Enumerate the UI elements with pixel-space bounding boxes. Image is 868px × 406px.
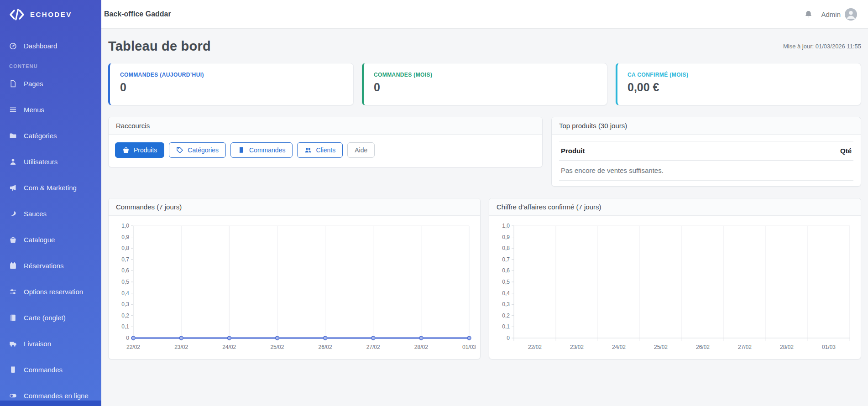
header-title: Back-office Gaddar: [104, 10, 171, 18]
charts-row: Commandes (7 jours) 1,00,90,80,70,60,50,…: [108, 198, 861, 359]
sidebar-item-carte-onglet[interactable]: Carte (onglet): [4, 308, 98, 327]
sidebar-item-com-marketing[interactable]: Com & Marketing: [4, 178, 98, 197]
sidebar-bottom-strip: [0, 401, 101, 406]
brand-logo[interactable]: ECHODEV: [0, 0, 101, 29]
stat-card-commandes-mois: COMMANDES (MOIS) 0: [362, 63, 607, 105]
avatar: [845, 8, 857, 21]
file-icon: [9, 80, 17, 88]
chart-panel-ca-confirme: Chiffre d’affaires confirmé (7 jours) 1,…: [489, 198, 861, 359]
shortcut-produits-button[interactable]: Produits: [115, 142, 164, 158]
svg-text:0,4: 0,4: [502, 290, 510, 297]
svg-text:01/03: 01/03: [822, 344, 836, 350]
svg-text:1,0: 1,0: [121, 223, 129, 229]
sidebar-item-dashboard[interactable]: Dashboard: [4, 36, 98, 55]
svg-text:0,2: 0,2: [121, 312, 129, 319]
calendar-icon: [9, 262, 17, 270]
basket-icon: [122, 146, 130, 154]
stat-card-ca-confirme-mois: CA CONFIRMÉ (MOIS) 0,00 €: [616, 63, 861, 105]
shortcut-commandes-button[interactable]: Commandes: [230, 142, 293, 158]
tag-icon: [176, 146, 183, 154]
sidebar-item-label: Livraison: [24, 340, 51, 348]
notifications-bell-icon[interactable]: [804, 10, 813, 19]
svg-text:25/02: 25/02: [270, 344, 284, 350]
sidebar-item-categories[interactable]: Catégories: [4, 126, 98, 145]
sidebar-nav: Dashboard CONTENU Pages Menus Catégor: [0, 29, 101, 405]
commandes-line-chart: 1,00,90,80,70,60,50,40,30,20,1022/0223/0…: [111, 219, 476, 356]
content: Tableau de bord Mise à jour: 01/03/2026 …: [101, 29, 868, 406]
svg-text:0,6: 0,6: [121, 267, 129, 274]
shortcuts-body: Produits Catégories: [109, 135, 542, 167]
stat-label: CA CONFIRMÉ (MOIS): [627, 72, 851, 78]
sliders-icon: [9, 288, 17, 296]
shortcuts-panel-title: Raccourcis: [109, 117, 542, 135]
sidebar-item-label: Catégories: [24, 132, 57, 140]
sidebar-item-label: Carte (onglet): [24, 314, 66, 322]
list-icon: [9, 106, 17, 114]
sidebar-item-livraison[interactable]: Livraison: [4, 334, 98, 353]
top-products-title: Top produits (30 jours): [552, 117, 861, 135]
sidebar: ECHODEV Dashboard CONTENU Pages: [0, 0, 101, 406]
sidebar-item-commandes[interactable]: Commandes: [4, 360, 98, 379]
chart-title-commandes: Commandes (7 jours): [109, 198, 480, 216]
table-row-empty: Pas encore de ventes suffisantes.: [559, 161, 853, 181]
brand-name: ECHODEV: [30, 10, 72, 18]
svg-text:0,7: 0,7: [121, 256, 129, 263]
svg-text:28/02: 28/02: [780, 344, 794, 350]
sidebar-item-menus[interactable]: Menus: [4, 100, 98, 119]
stat-label: COMMANDES (AUJOURD’HUI): [120, 72, 343, 78]
journal-icon: [9, 314, 17, 322]
svg-text:27/02: 27/02: [738, 344, 752, 350]
topbar-right: Admin: [804, 8, 857, 21]
svg-text:0,4: 0,4: [121, 290, 129, 297]
sidebar-item-label: Catalogue: [24, 236, 55, 244]
sidebar-item-options-reservation[interactable]: Options reservation: [4, 282, 98, 301]
sidebar-item-pages[interactable]: Pages: [4, 74, 98, 93]
people-icon: [304, 146, 312, 154]
sidebar-item-catalogue[interactable]: Catalogue: [4, 230, 98, 249]
button-label: Commandes: [249, 146, 285, 154]
shortcuts-panel: Raccourcis Produits: [108, 117, 543, 167]
svg-text:0,1: 0,1: [121, 323, 129, 330]
empty-message: Pas encore de ventes suffisantes.: [559, 161, 853, 181]
pepper-icon: [9, 210, 17, 218]
top-products-body: Produit Qté Pas encore de ventes suffisa…: [552, 135, 861, 186]
chart-body: 1,00,90,80,70,60,50,40,30,20,1022/0223/0…: [489, 216, 861, 359]
last-updated: Mise à jour: 01/03/2026 11:55: [783, 43, 861, 50]
megaphone-icon: [9, 184, 17, 192]
middle-row: Raccourcis Produits: [108, 117, 861, 187]
shortcut-clients-button[interactable]: Clients: [297, 142, 343, 158]
stat-value: 0,00 €: [627, 81, 851, 94]
svg-text:0,3: 0,3: [121, 301, 129, 307]
svg-text:27/02: 27/02: [366, 344, 380, 350]
person-icon: [9, 158, 17, 166]
svg-text:0,9: 0,9: [502, 234, 510, 240]
svg-text:0,8: 0,8: [121, 245, 129, 251]
basket-icon: [9, 236, 17, 244]
shortcut-categories-button[interactable]: Catégories: [169, 142, 226, 158]
column-header-qte: Qté: [749, 141, 853, 161]
svg-text:0: 0: [507, 335, 510, 341]
svg-text:26/02: 26/02: [696, 344, 710, 350]
truck-icon: [9, 340, 17, 348]
stat-card-commandes-aujourdhui: COMMANDES (AUJOURD’HUI) 0: [108, 63, 354, 105]
svg-text:0,9: 0,9: [121, 234, 129, 240]
page-title: Tableau de bord: [108, 39, 211, 54]
svg-text:0,7: 0,7: [502, 256, 510, 263]
sidebar-item-label: Réservations: [24, 262, 64, 270]
svg-text:23/02: 23/02: [570, 344, 584, 350]
sidebar-item-label: Com & Marketing: [24, 184, 77, 192]
sidebar-item-sauces[interactable]: Sauces: [4, 204, 98, 223]
sidebar-item-utilisateurs[interactable]: Utilisateurs: [4, 152, 98, 171]
user-menu[interactable]: Admin: [821, 8, 857, 21]
sidebar-item-label: Pages: [24, 80, 43, 88]
shortcut-aide-button[interactable]: Aide: [347, 142, 375, 158]
top-products-table: Produit Qté Pas encore de ventes suffisa…: [559, 141, 853, 181]
sidebar-item-reservations[interactable]: Réservations: [4, 256, 98, 275]
code-brackets-icon: [9, 9, 25, 21]
title-row: Tableau de bord Mise à jour: 01/03/2026 …: [108, 39, 861, 54]
svg-text:25/02: 25/02: [654, 344, 668, 350]
svg-text:26/02: 26/02: [319, 344, 332, 350]
svg-text:01/03: 01/03: [462, 344, 476, 350]
svg-text:0,5: 0,5: [502, 279, 510, 285]
chart-body: 1,00,90,80,70,60,50,40,30,20,1022/0223/0…: [109, 216, 480, 359]
